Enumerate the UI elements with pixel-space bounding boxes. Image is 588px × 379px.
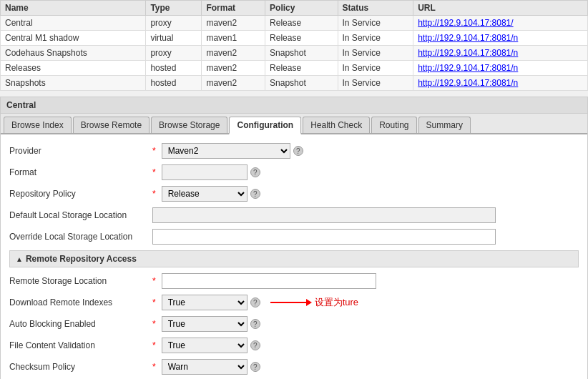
table-cell: Central: [1, 16, 146, 31]
provider-select[interactable]: Maven2: [162, 143, 290, 159]
repo-policy-help-icon[interactable]: ?: [250, 189, 260, 199]
checksum-help-icon[interactable]: ?: [250, 362, 260, 372]
table-header-format: Format: [202, 1, 265, 16]
auto-blocking-row: Auto Blocking Enabled * True False ?: [9, 313, 579, 335]
provider-row: Provider * Maven2 ?: [9, 140, 579, 162]
url-cell[interactable]: http://192.9.104.17:8081/: [413, 16, 588, 31]
table-cell: hosted: [146, 61, 202, 76]
required-icon6: *: [152, 319, 156, 329]
table-row[interactable]: Snapshotshostedmaven2SnapshotIn Serviceh…: [1, 76, 588, 91]
remote-section-header[interactable]: ▲ Remote Repository Access: [9, 250, 579, 267]
checksum-value: * Warn Strict Ignore ?: [152, 359, 579, 375]
repo-policy-label: Repository Policy: [9, 189, 152, 199]
table-cell: In Service: [338, 31, 413, 46]
table-header-status: Status: [338, 1, 413, 16]
tab-summary[interactable]: Summary: [418, 117, 471, 133]
override-storage-label: Override Local Storage Location: [9, 232, 152, 242]
remote-toggle-icon: ▲: [16, 255, 23, 263]
default-storage-row: Default Local Storage Location file:/D:/…: [9, 205, 579, 226]
download-indexes-label: Download Remote Indexes: [9, 297, 152, 307]
format-label: Format: [9, 167, 152, 177]
table-cell: Release: [265, 61, 338, 76]
tab-routing[interactable]: Routing: [371, 117, 416, 133]
annotation-text: 设置为ture: [315, 296, 358, 309]
download-indexes-help-icon[interactable]: ?: [250, 297, 260, 307]
table-row[interactable]: Codehaus Snapshotsproxymaven2SnapshotIn …: [1, 46, 588, 61]
url-cell[interactable]: http://192.9.104.17:8081/n: [413, 61, 588, 76]
required-icon3: *: [152, 189, 156, 199]
checksum-select[interactable]: Warn Strict Ignore: [162, 359, 248, 375]
table-row[interactable]: Releaseshostedmaven2ReleaseIn Servicehtt…: [1, 61, 588, 76]
tab-browse-remote[interactable]: Browse Remote: [73, 117, 150, 133]
annotation-arrow: 设置为ture: [270, 296, 358, 309]
remote-section-label: Remote Repository Access: [26, 254, 137, 264]
required-icon4: *: [152, 276, 156, 286]
required-icon8: *: [152, 362, 156, 372]
arrow-head: [306, 299, 312, 306]
checksum-label: Checksum Policy: [9, 362, 152, 372]
auto-blocking-value: * True False ?: [152, 316, 579, 332]
table-cell: In Service: [338, 76, 413, 91]
detail-panel: Central Browse IndexBrowse RemoteBrowse …: [0, 97, 588, 379]
override-storage-value: [152, 229, 579, 245]
table-cell: proxy: [146, 46, 202, 61]
table-header-url: URL: [413, 1, 588, 16]
default-storage-input: file:/D:/nexus-latest-bundle/sonatype-wo…: [152, 207, 496, 223]
remote-location-value: * http://repo1.maven.org/maven2/: [152, 273, 579, 289]
required-icon5: *: [152, 297, 156, 307]
repo-policy-row: Repository Policy * Release Snapshot ?: [9, 183, 579, 205]
repository-table: NameTypeFormatPolicyStatusURLCentralprox…: [0, 0, 588, 91]
file-content-help-icon[interactable]: ?: [250, 340, 260, 350]
auto-blocking-label: Auto Blocking Enabled: [9, 319, 152, 329]
auto-blocking-select[interactable]: True False: [162, 316, 248, 332]
provider-value: * Maven2 ?: [152, 143, 579, 159]
table-row[interactable]: Central M1 shadowvirtualmaven1ReleaseIn …: [1, 31, 588, 46]
remote-location-row: Remote Storage Location * http://repo1.m…: [9, 270, 579, 292]
table-row[interactable]: Centralproxymaven2ReleaseIn Servicehttp:…: [1, 16, 588, 31]
remote-location-input[interactable]: http://repo1.maven.org/maven2/: [162, 273, 376, 289]
table-cell: maven2: [202, 61, 265, 76]
override-storage-row: Override Local Storage Location: [9, 226, 579, 247]
table-cell: In Service: [338, 16, 413, 31]
table-cell: Snapshot: [265, 46, 338, 61]
repo-policy-select[interactable]: Release Snapshot: [162, 186, 248, 202]
configuration-form: Provider * Maven2 ? Format * maven2 ? Re…: [1, 134, 587, 379]
auto-blocking-help-icon[interactable]: ?: [250, 319, 260, 329]
download-indexes-value: * True False ? 设置为ture: [152, 295, 579, 310]
default-storage-value: file:/D:/nexus-latest-bundle/sonatype-wo…: [152, 207, 579, 223]
tab-configuration[interactable]: Configuration: [229, 117, 301, 134]
tab-browse-storage[interactable]: Browse Storage: [151, 117, 227, 133]
table-cell: In Service: [338, 61, 413, 76]
format-input: maven2: [162, 164, 248, 180]
table-cell: maven1: [202, 31, 265, 46]
table-cell: Central M1 shadow: [1, 31, 146, 46]
url-cell[interactable]: http://192.9.104.17:8081/n: [413, 46, 588, 61]
download-indexes-select[interactable]: True False: [162, 295, 248, 310]
table-header-name: Name: [1, 1, 146, 16]
tab-bar: Browse IndexBrowse RemoteBrowse StorageC…: [1, 114, 587, 134]
tab-health-check[interactable]: Health Check: [303, 117, 370, 133]
download-indexes-row: Download Remote Indexes * True False ? 设…: [9, 292, 579, 313]
tab-browse-index[interactable]: Browse Index: [4, 117, 72, 133]
table-header-type: Type: [146, 1, 202, 16]
required-icon: *: [152, 146, 156, 156]
url-cell[interactable]: http://192.9.104.17:8081/n: [413, 76, 588, 91]
url-cell[interactable]: http://192.9.104.17:8081/n: [413, 31, 588, 46]
override-storage-input[interactable]: [152, 229, 496, 245]
table-cell: Snapshots: [1, 76, 146, 91]
file-content-select[interactable]: True False: [162, 338, 248, 353]
format-value: * maven2 ?: [152, 164, 579, 180]
format-row: Format * maven2 ?: [9, 162, 579, 183]
table-cell: Codehaus Snapshots: [1, 46, 146, 61]
format-help-icon[interactable]: ?: [250, 167, 260, 177]
required-icon2: *: [152, 167, 156, 177]
file-content-label: File Content Validation: [9, 340, 152, 350]
default-storage-label: Default Local Storage Location: [9, 210, 152, 220]
table-cell: maven2: [202, 46, 265, 61]
table-cell: proxy: [146, 16, 202, 31]
provider-help-icon[interactable]: ?: [293, 146, 303, 156]
required-icon7: *: [152, 340, 156, 350]
file-content-row: File Content Validation * True False ?: [9, 335, 579, 356]
table-cell: maven2: [202, 16, 265, 31]
table-cell: virtual: [146, 31, 202, 46]
